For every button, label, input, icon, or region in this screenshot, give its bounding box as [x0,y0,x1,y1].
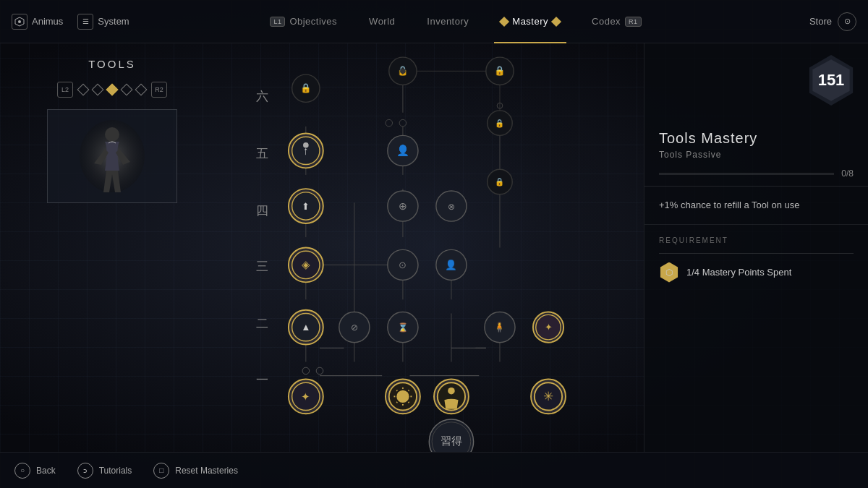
nav-dot-4[interactable] [121,84,133,96]
codex-label: Codex [592,16,621,27]
progress-max: 8 [848,168,854,179]
node-2-3[interactable]: ⌛ [388,312,418,343]
main-content: TOOLS L2 R2 [0,43,868,452]
svg-text:⊕: ⊕ [399,200,407,212]
world-label: World [369,16,395,27]
svg-text:🧍: 🧍 [493,321,506,333]
tab-codex[interactable]: Codex R1 [576,0,658,43]
node-6-1[interactable]: 🔒 [292,74,320,102]
node-1-5[interactable]: ✳ [531,379,566,414]
r1-hint: R1 [625,17,642,27]
svg-line-59 [396,390,397,391]
level-three-label: 三 [256,260,268,273]
svg-point-3 [105,127,119,142]
animus-nav-item[interactable]: Animus [12,14,63,30]
svg-text:⬆: ⬆ [302,201,310,212]
nav-left-section: Animus ☰ System [0,14,159,30]
node-5-1[interactable]: ↑ [289,133,323,168]
node-1-3[interactable] [434,379,469,414]
back-circle-icon: ○ [14,463,30,479]
l2-button[interactable]: L2 [57,82,73,98]
node-2-5[interactable]: ✦ [533,312,563,343]
svg-line-60 [409,402,409,403]
mastery-diamond-icon-2 [551,16,561,26]
requirement-hex-icon: ⬡ [659,262,679,283]
svg-point-15 [303,142,309,148]
node-1-1[interactable]: ✦ [289,379,323,414]
level-six-label: 六 [256,90,268,103]
reset-button[interactable]: □ Reset Masteries [153,463,238,479]
tab-world[interactable]: World [353,0,411,43]
level-five-label: 五 [256,147,268,160]
nav-dot-3-active[interactable] [106,84,119,96]
l1-hint: L1 [270,17,285,27]
nav-center-section: L1 Objectives World Inventory Mastery Co… [159,0,752,43]
svg-line-62 [396,402,397,403]
mastery-title: Tools Mastery [659,130,854,147]
tutorials-circle-icon: ↄ [77,463,93,479]
node-3-3[interactable]: ⊙ [388,249,418,280]
svg-text:👤: 👤 [445,259,457,271]
node-3-4[interactable]: 👤 [436,249,467,280]
requirement-divider [659,253,854,254]
svg-text:🔒: 🔒 [495,119,505,128]
dot-top-col3 [400,68,406,74]
inventory-label: Inventory [427,16,469,27]
description-text: +1% chance to refill a Tool on use [659,200,800,210]
tutorials-button[interactable]: ↄ Tutorials [77,463,132,479]
svg-text:🔒: 🔒 [300,82,312,94]
system-nav-item[interactable]: ☰ System [77,14,129,30]
level-one-label: 一 [256,373,268,387]
section-title: TOOLS [88,58,136,70]
store-label[interactable]: Store [809,16,832,27]
back-button[interactable]: ○ Back [14,463,56,479]
svg-text:⊙: ⊙ [399,260,407,270]
node-5-5[interactable]: 🔒 [488,111,512,135]
mastery-points-container: 151 [644,43,868,108]
nav-dot-2[interactable] [92,84,104,96]
tutorials-label: Tutorials [99,466,132,476]
svg-point-54 [396,390,409,403]
system-icon: ☰ [77,14,93,30]
character-figure [48,110,176,202]
node-2-2[interactable]: ⊘ [339,312,370,343]
requirement-text: 1/4 Mastery Points Spent [686,267,791,278]
node-6-5[interactable]: 🔒 [486,57,514,85]
r2-button[interactable]: R2 [151,82,167,98]
nav-dot-5[interactable] [135,84,148,96]
mastery-points-number: 151 [818,71,845,90]
node-2-1[interactable]: ▲ [289,310,323,345]
character-silhouette [69,113,156,200]
top-navigation: Animus ☰ System L1 Objectives World Inve… [0,0,868,43]
system-label: System [98,16,129,27]
store-icon[interactable]: ⊙ [838,12,856,31]
node-5-3[interactable]: 👤 [388,135,418,166]
mastery-progress-bar [659,173,834,175]
svg-text:🔒: 🔒 [494,65,506,77]
skill-tree-svg: 六 五 四 三 二 一 [224,43,644,452]
svg-point-65 [448,388,455,395]
svg-text:👤: 👤 [396,144,409,157]
node-1-2[interactable] [386,379,420,414]
node-4-1[interactable]: ⬆ [289,189,323,223]
nav-dot-1[interactable] [77,84,90,96]
svg-line-61 [409,390,409,391]
requirement-item: ⬡ 1/4 Mastery Points Spent [659,262,854,283]
nav-right-section: Store ⊙ [752,12,868,31]
mastery-points-inner: 151 [808,57,854,103]
mastery-subtitle: Tools Passive [659,150,854,160]
node-3-1[interactable]: ◈ [289,248,323,283]
node-4-3[interactable]: ⊕ [388,191,418,221]
progress-current: 0 [841,168,846,179]
animus-icon [12,14,27,30]
node-4-5[interactable]: 🔒 [488,169,512,194]
tab-objectives[interactable]: L1 Objectives [254,0,353,43]
tab-inventory[interactable]: Inventory [411,0,485,43]
node-4-4[interactable]: ⊗ [436,191,467,221]
right-description: +1% chance to refill a Tool on use [644,187,868,225]
objectives-label: Objectives [289,16,337,27]
tab-mastery[interactable]: Mastery [485,0,576,43]
svg-text:🔒: 🔒 [495,177,505,187]
svg-text:⌛: ⌛ [398,322,409,333]
node-2-4[interactable]: 🧍 [485,312,515,343]
